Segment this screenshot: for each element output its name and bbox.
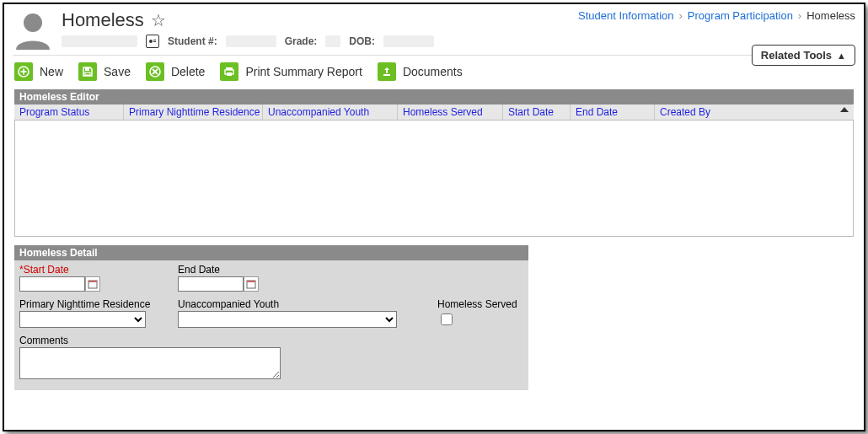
start-date-label: *Start Date (19, 264, 171, 276)
end-date-label: End Date (178, 264, 431, 276)
print-button[interactable]: Print Summary Report (220, 62, 362, 81)
app-frame: Student Information › Program Participat… (3, 3, 865, 431)
homeless-editor-panel: Homeless Editor Program Status Primary N… (14, 89, 854, 237)
plus-circle-icon (14, 62, 33, 81)
col-homeless-served[interactable]: Homeless Served (398, 104, 503, 120)
col-start-date[interactable]: Start Date (503, 104, 571, 120)
primary-residence-label: Primary Nighttime Residence (19, 298, 171, 310)
related-tools-button[interactable]: Related Tools ▲ (752, 45, 855, 66)
col-unaccompanied[interactable]: Unaccompanied Youth (263, 104, 398, 120)
homeless-served-label: Homeless Served (437, 298, 538, 310)
comments-textarea[interactable] (19, 347, 281, 379)
breadcrumb: Student Information › Program Participat… (578, 9, 855, 22)
save-button[interactable]: Save (78, 62, 131, 81)
end-date-input[interactable] (178, 276, 244, 292)
svg-point-0 (24, 13, 42, 32)
field-primary-residence: Primary Nighttime Residence (19, 298, 171, 328)
unaccompanied-select[interactable] (178, 311, 397, 328)
chevron-up-icon: ▲ (837, 51, 846, 61)
upload-icon (378, 62, 396, 81)
editor-grid-body[interactable] (14, 121, 854, 237)
svg-rect-14 (227, 72, 232, 76)
save-icon (78, 62, 97, 81)
delete-icon (146, 62, 164, 81)
svg-rect-20 (247, 281, 255, 282)
svg-rect-3 (153, 41, 156, 42)
primary-residence-select[interactable] (19, 311, 146, 328)
save-label: Save (104, 65, 131, 78)
breadcrumb-program-participation[interactable]: Program Participation (688, 9, 793, 22)
sort-asc-icon (840, 107, 849, 112)
calendar-icon[interactable] (85, 276, 100, 292)
delete-button[interactable]: Delete (146, 62, 205, 81)
dob-redacted (383, 35, 434, 47)
col-created-by[interactable]: Created By (655, 104, 854, 120)
detail-title: Homeless Detail (14, 245, 528, 260)
col-created-by-label: Created By (660, 106, 710, 118)
student-name-redacted (62, 35, 137, 47)
avatar (13, 9, 53, 50)
start-date-input[interactable] (19, 276, 85, 292)
documents-button[interactable]: Documents (378, 62, 463, 81)
field-end-date: End Date (178, 264, 431, 292)
spacer (437, 264, 538, 292)
svg-rect-17 (88, 281, 97, 282)
grade-redacted (325, 35, 340, 47)
svg-rect-7 (85, 67, 89, 71)
delete-label: Delete (171, 65, 205, 78)
svg-point-1 (149, 40, 153, 43)
homeless-detail-panel: Homeless Detail *Start Date End Date (14, 245, 528, 390)
chevron-right-icon: › (798, 9, 801, 22)
editor-grid-header: Program Status Primary Nighttime Residen… (14, 104, 854, 121)
col-primary-residence[interactable]: Primary Nighttime Residence (124, 104, 263, 120)
student-number-label: Student #: (168, 35, 217, 47)
printer-icon (220, 62, 238, 81)
svg-rect-6 (21, 71, 27, 72)
dob-label: DOB: (349, 35, 375, 47)
toolbar: New Save Delete Print Summary Report Doc… (4, 56, 864, 89)
new-button[interactable]: New (14, 62, 63, 81)
related-tools-label: Related Tools (761, 49, 832, 62)
star-icon[interactable]: ☆ (151, 12, 166, 29)
field-start-date: *Start Date (19, 264, 171, 292)
new-label: New (40, 65, 63, 78)
editor-title: Homeless Editor (14, 89, 854, 104)
field-homeless-served: Homeless Served (437, 298, 538, 328)
calendar-icon[interactable] (244, 276, 259, 292)
student-number-redacted (226, 35, 276, 47)
page-title: Homeless (62, 9, 144, 31)
student-info-row: Student #: Grade: DOB: (62, 35, 434, 48)
field-unaccompanied: Unaccompanied Youth (178, 298, 431, 328)
col-program-status[interactable]: Program Status (14, 104, 124, 120)
svg-rect-15 (383, 74, 390, 76)
homeless-served-checkbox[interactable] (441, 313, 453, 325)
field-comments: Comments (19, 335, 538, 382)
svg-rect-8 (85, 72, 90, 75)
print-label: Print Summary Report (245, 65, 362, 78)
svg-rect-2 (153, 40, 156, 40)
chevron-right-icon: › (679, 9, 683, 22)
breadcrumb-student-info[interactable]: Student Information (578, 9, 673, 22)
col-end-date[interactable]: End Date (571, 104, 655, 120)
id-card-icon (146, 35, 159, 48)
breadcrumb-current: Homeless (806, 9, 855, 22)
unaccompanied-label: Unaccompanied Youth (178, 298, 431, 310)
comments-label: Comments (19, 335, 538, 346)
documents-label: Documents (403, 65, 463, 78)
grade-label: Grade: (285, 35, 318, 47)
